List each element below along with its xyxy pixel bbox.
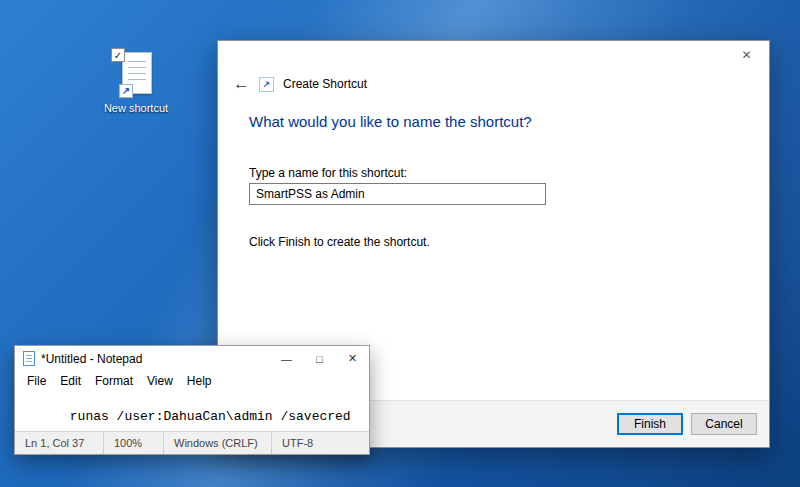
notepad-titlebar[interactable]: *Untitled - Notepad — □ ✕ bbox=[15, 346, 369, 371]
menu-file[interactable]: File bbox=[20, 374, 53, 388]
maximize-button[interactable]: □ bbox=[303, 346, 336, 371]
notepad-icon bbox=[23, 351, 35, 366]
desktop: ✓ ↗ New shortcut ✕ ← ↗ Create Shortcut W… bbox=[0, 0, 800, 487]
wizard-body: What would you like to name the shortcut… bbox=[218, 113, 769, 249]
selection-checkbox[interactable]: ✓ bbox=[111, 48, 125, 62]
minimize-button[interactable]: — bbox=[270, 346, 303, 371]
finish-button[interactable]: Finish bbox=[617, 413, 683, 435]
check-icon: ✓ bbox=[114, 50, 122, 61]
menu-view[interactable]: View bbox=[140, 374, 180, 388]
status-line-ending: Windows (CRLF) bbox=[163, 432, 271, 454]
status-encoding: UTF-8 bbox=[271, 432, 369, 454]
notepad-menubar: File Edit Format View Help bbox=[15, 371, 369, 391]
notepad-text-area[interactable]: runas /user:DahuaCan\admin /savecred bbox=[15, 391, 369, 431]
cancel-button[interactable]: Cancel bbox=[691, 413, 757, 435]
status-cursor-position: Ln 1, Col 37 bbox=[15, 432, 103, 454]
shortcut-arrow-badge: ↗ bbox=[119, 84, 133, 98]
notepad-title: *Untitled - Notepad bbox=[41, 352, 270, 366]
main-instruction: What would you like to name the shortcut… bbox=[249, 113, 729, 130]
notepad-text: runas /user:DahuaCan\admin /savecred bbox=[70, 409, 351, 424]
notepad-close-button[interactable]: ✕ bbox=[336, 346, 369, 371]
dialog-title: Create Shortcut bbox=[283, 77, 367, 91]
desktop-icon-label: New shortcut bbox=[102, 102, 170, 114]
shortcut-file-icon: ✓ ↗ bbox=[113, 50, 159, 98]
finish-hint-text: Click Finish to create the shortcut. bbox=[249, 235, 729, 249]
shortcut-name-input[interactable] bbox=[249, 183, 546, 205]
notepad-statusbar: Ln 1, Col 37 100% Windows (CRLF) UTF-8 bbox=[15, 431, 369, 454]
menu-help[interactable]: Help bbox=[180, 374, 219, 388]
window-controls: — □ ✕ bbox=[270, 346, 369, 371]
back-button[interactable]: ← bbox=[233, 75, 250, 93]
shortcut-arrow-icon: ↗ bbox=[122, 86, 130, 96]
status-zoom-level: 100% bbox=[103, 432, 163, 454]
wizard-close-button[interactable]: ✕ bbox=[724, 41, 769, 70]
document-lines bbox=[128, 61, 146, 85]
close-icon: ✕ bbox=[741, 48, 751, 62]
create-shortcut-icon: ↗ bbox=[259, 77, 274, 92]
name-field-label: Type a name for this shortcut: bbox=[249, 166, 729, 180]
menu-format[interactable]: Format bbox=[88, 374, 140, 388]
shortcut-arrow-icon: ↗ bbox=[263, 80, 271, 89]
menu-edit[interactable]: Edit bbox=[53, 374, 88, 388]
notepad-window: *Untitled - Notepad — □ ✕ File Edit Form… bbox=[14, 345, 370, 455]
wizard-header: ← ↗ Create Shortcut bbox=[233, 75, 769, 93]
desktop-icon-new-shortcut[interactable]: ✓ ↗ New shortcut bbox=[102, 50, 170, 114]
